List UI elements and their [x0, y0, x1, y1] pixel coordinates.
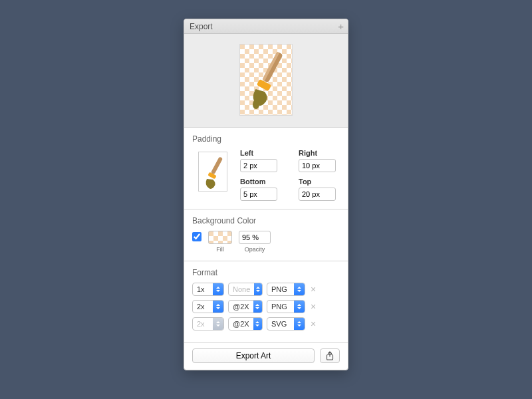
stepper-icon[interactable] [213, 283, 223, 295]
svg-rect-4 [211, 156, 223, 175]
share-button[interactable] [320, 348, 340, 363]
stepper-icon[interactable] [254, 283, 262, 295]
format-row: 2x@2XSVG× [192, 317, 340, 331]
opacity-input[interactable] [239, 231, 271, 244]
remove-row-icon[interactable]: × [309, 319, 317, 329]
stepper-icon[interactable] [294, 283, 305, 295]
padding-top-label: Top [299, 178, 340, 186]
padding-left-input[interactable] [240, 159, 277, 172]
padding-right-input[interactable] [299, 159, 336, 172]
format-row: 2x@2XPNG× [192, 300, 340, 313]
format-heading: Format [192, 268, 340, 277]
scale-select[interactable]: 1x [192, 283, 224, 296]
fill-label: Fill [216, 246, 224, 253]
format-section: Format 1xNonePNG×2x@2XPNG×2x@2XSVG× [184, 261, 348, 343]
scale-select[interactable]: 2x [192, 300, 224, 313]
fill-swatch[interactable] [208, 231, 232, 244]
share-icon [326, 351, 334, 360]
suffix-select[interactable]: @2X [228, 317, 263, 331]
remove-row-icon[interactable]: × [309, 284, 317, 295]
suffix-select[interactable]: None [228, 283, 263, 296]
export-panel: Export + Padding Left [184, 19, 348, 370]
remove-row-icon[interactable]: × [309, 301, 317, 312]
preview-area [184, 34, 348, 128]
opacity-label: Opacity [245, 246, 265, 253]
padding-bottom-label: Bottom [240, 178, 292, 186]
padding-top-input[interactable] [299, 188, 336, 201]
filetype-select[interactable]: PNG [267, 300, 305, 313]
svg-rect-2 [257, 79, 271, 91]
padding-right-label: Right [299, 149, 340, 157]
padding-bottom-input[interactable] [240, 188, 277, 201]
padding-left-label: Left [240, 149, 292, 157]
filetype-select[interactable]: SVG [267, 317, 305, 331]
background-heading: Background Color [192, 216, 340, 225]
scale-select[interactable]: 2x [192, 317, 224, 331]
footer: Export Art [184, 343, 348, 370]
background-section: Background Color Fill Opacity [184, 209, 348, 261]
padding-heading: Padding [192, 134, 340, 144]
stepper-icon[interactable] [253, 301, 262, 313]
export-button[interactable]: Export Art [192, 348, 315, 363]
stepper-icon[interactable] [294, 318, 305, 330]
add-icon[interactable]: + [338, 21, 344, 32]
brush-icon [240, 45, 292, 115]
svg-point-3 [253, 100, 259, 109]
padding-bottom-field: Bottom [240, 178, 292, 201]
suffix-select[interactable]: @2X [228, 300, 263, 313]
background-enabled-checkbox[interactable] [192, 232, 201, 241]
padding-left-field: Left [240, 149, 292, 172]
panel-title: Export [190, 22, 213, 31]
filetype-select[interactable]: PNG [267, 283, 305, 296]
stepper-icon[interactable] [294, 301, 305, 313]
preview-thumbnail [240, 45, 292, 115]
stepper-icon[interactable] [213, 318, 223, 330]
titlebar: Export + [184, 19, 348, 34]
padding-right-field: Right [299, 149, 340, 172]
format-row: 1xNonePNG× [192, 283, 340, 296]
brush-icon [199, 152, 228, 192]
padding-section: Padding Left Right Bottom [184, 128, 348, 209]
padding-top-field: Top [299, 178, 340, 201]
stepper-icon[interactable] [253, 318, 262, 330]
stepper-icon[interactable] [213, 301, 223, 313]
padding-mini-preview [198, 152, 227, 192]
